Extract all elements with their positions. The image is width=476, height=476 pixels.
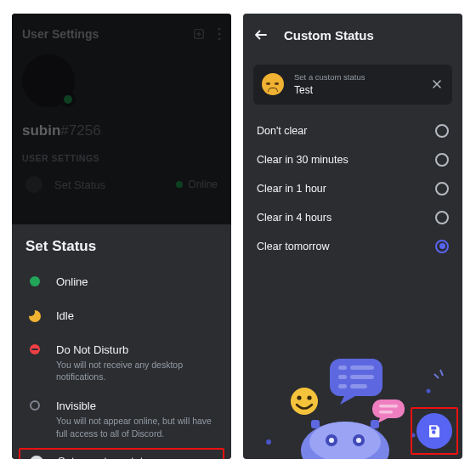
avatar-area	[12, 51, 231, 119]
svg-rect-11	[350, 375, 374, 379]
radio-icon[interactable]	[435, 153, 449, 167]
status-option-custom[interactable]: Set a custom status	[19, 448, 224, 459]
clear-text-icon[interactable]	[430, 77, 444, 91]
row-set-status[interactable]: Set Status Online	[12, 168, 231, 201]
svg-rect-8	[338, 366, 347, 370]
svg-point-2	[218, 32, 220, 35]
status-option-label: Set a custom status	[58, 455, 155, 459]
status-field-value: Test	[294, 84, 365, 96]
back-icon[interactable]	[253, 27, 269, 42]
svg-point-18	[297, 395, 301, 400]
status-option-label: Invisible	[56, 400, 218, 412]
radio-icon[interactable]	[435, 211, 449, 224]
radio-icon[interactable]	[435, 124, 449, 138]
svg-point-25	[356, 438, 361, 443]
person-icon	[26, 176, 42, 193]
radio-icon[interactable]	[435, 240, 449, 253]
custom-status-field[interactable]: Set a custom status Test	[253, 65, 452, 105]
row-set-status-value: Online	[188, 178, 218, 190]
user-tag: #7256	[60, 122, 100, 139]
status-option-desc: You will not receive any desktop notific…	[56, 359, 218, 382]
svg-point-6	[427, 389, 431, 394]
invisible-icon	[30, 400, 40, 411]
online-dot-icon	[176, 181, 183, 188]
avatar-status-dot-icon	[60, 92, 76, 107]
status-option-label: Online	[56, 275, 88, 288]
overflow-icon[interactable]	[218, 27, 221, 41]
status-option-label: Do Not Disturb	[56, 343, 218, 356]
svg-point-19	[307, 395, 311, 400]
svg-rect-27	[371, 420, 379, 428]
svg-rect-10	[338, 375, 347, 379]
left-screen: User Settings subin#7256 USER SETTINGS S	[12, 14, 231, 459]
svg-point-1	[218, 27, 220, 30]
status-option-online[interactable]: Online	[26, 267, 218, 301]
username-line: subin#7256	[12, 119, 231, 144]
set-status-sheet: Set Status Online Idle Do Not Disturb Yo…	[12, 224, 231, 459]
section-label: USER SETTINGS	[12, 144, 231, 168]
save-icon	[427, 423, 442, 439]
settings-header: User Settings	[12, 14, 231, 51]
username: subin	[22, 122, 60, 139]
clear-option[interactable]: Clear in 4 hours	[257, 203, 449, 232]
status-option-label: Idle	[56, 309, 74, 322]
idle-icon	[29, 310, 41, 322]
sheet-title: Set Status	[26, 238, 218, 255]
clear-option[interactable]: Don't clear	[257, 116, 449, 145]
clear-option-label: Clear in 1 hour	[257, 183, 326, 195]
dimmed-background: User Settings subin#7256 USER SETTINGS S	[12, 14, 231, 224]
dnd-icon	[30, 344, 40, 354]
row-set-status-label: Set Status	[54, 178, 105, 191]
clear-option-label: Don't clear	[257, 125, 307, 137]
clear-option-label: Clear in 30 minutes	[257, 154, 348, 166]
svg-rect-15	[379, 405, 398, 408]
status-option-invisible[interactable]: Invisible You will not appear online, bu…	[26, 391, 218, 447]
svg-rect-26	[311, 420, 320, 428]
emoji-picker-icon[interactable]	[262, 73, 284, 95]
clear-option-label: Clear in 4 hours	[257, 212, 332, 224]
save-button[interactable]	[416, 413, 452, 449]
svg-point-3	[218, 37, 220, 40]
clear-option[interactable]: Clear in 30 minutes	[257, 145, 449, 174]
clear-option-label: Clear tomorrow	[257, 241, 329, 252]
add-user-icon[interactable]	[192, 27, 206, 41]
custom-status-title: Custom Status	[284, 28, 374, 42]
svg-point-17	[291, 388, 318, 415]
status-option-desc: You will not appear online, but will hav…	[56, 415, 218, 439]
svg-rect-9	[350, 366, 374, 370]
status-option-idle[interactable]: Idle	[26, 301, 218, 335]
svg-rect-16	[379, 411, 393, 414]
status-text-area[interactable]: Set a custom status Test	[294, 73, 365, 96]
settings-title: User Settings	[22, 27, 99, 41]
svg-point-4	[266, 439, 271, 445]
custom-status-header: Custom Status	[243, 14, 462, 56]
right-screen: Custom Status Set a custom status Test D…	[243, 14, 462, 459]
svg-rect-13	[350, 384, 367, 388]
clear-option[interactable]: Clear tomorrow	[257, 232, 449, 261]
svg-rect-14	[372, 400, 405, 418]
emoji-icon	[30, 456, 43, 459]
svg-rect-12	[338, 384, 347, 388]
svg-point-24	[329, 438, 334, 443]
clear-after-list: Don't clear Clear in 30 minutes Clear in…	[243, 116, 462, 261]
status-field-label: Set a custom status	[294, 73, 365, 82]
status-option-dnd[interactable]: Do Not Disturb You will not receive any …	[26, 335, 218, 391]
online-icon	[30, 276, 40, 286]
radio-icon[interactable]	[435, 182, 449, 196]
clear-option[interactable]: Clear in 1 hour	[257, 174, 449, 203]
